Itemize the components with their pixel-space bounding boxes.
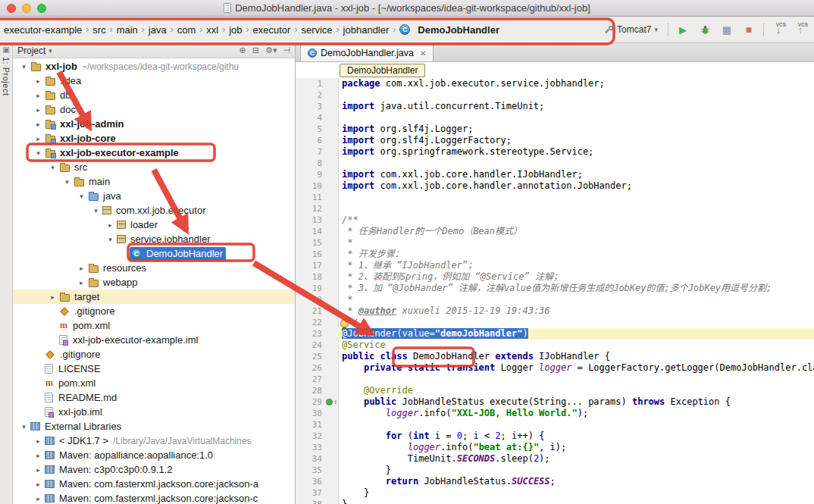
code-text[interactable]: package com.xxl.job.executor.service.job… [338,78,814,89]
tree-row[interactable]: ▸xxl-job-core [13,131,295,146]
code-text[interactable]: return JobHandleStatus.SUCCESS; [338,476,814,487]
tree-item[interactable]: .idea [43,74,84,88]
tree-row[interactable]: ▾External Libraries [13,419,295,434]
tree-row[interactable]: ▾service.jobhandler [13,232,295,246]
breadcrumb-item[interactable]: jobhandler [341,23,392,37]
vcs-commit-button[interactable]: ↑VCS [793,22,808,37]
expanded-arrow-icon[interactable]: ▾ [48,164,58,171]
project-tool-window-tab[interactable]: 1: Project [2,57,11,95]
code-text[interactable]: */ [338,317,814,328]
tree-item[interactable]: resources [86,261,149,275]
tree-row[interactable]: ▾src [13,160,295,174]
tree-row[interactable]: ▸Maven: c3p0:c3p0:0.9.1.2 [13,462,295,477]
collapsed-arrow-icon[interactable]: ▸ [33,466,43,474]
tree-item[interactable]: db [43,89,74,102]
tree-item[interactable]: README.md [43,391,120,405]
code-text[interactable]: } [338,499,814,504]
run-method-icon[interactable] [326,399,333,405]
code-text[interactable]: } [338,465,814,476]
tree-item[interactable]: xxl-job~/workspaces/idea-git-workspace/g… [29,60,242,74]
run-configuration-select[interactable]: Tomcat7 ▾ [601,23,661,36]
tree-row[interactable]: xxl-job-executor-example.iml [13,333,295,347]
code-text[interactable]: * 开发步骤： [338,249,814,260]
collapsed-arrow-icon[interactable]: ▸ [33,452,43,459]
tree-row[interactable]: mpom.xml [13,376,295,390]
tree-row[interactable]: ▸xxl-job-admin [13,117,295,131]
code-text[interactable]: @JobHander(value="demoJobHandler") [338,328,814,340]
hide-panel-icon[interactable]: ⊣ [283,45,290,55]
code-text[interactable] [338,112,814,124]
tree-item[interactable]: src [58,161,90,174]
expanded-arrow-icon[interactable]: ▾ [91,207,101,214]
debug-button[interactable] [697,22,712,37]
code-text[interactable]: public class DemoJobHandler extends IJob… [338,351,814,362]
code-text[interactable] [338,158,814,169]
code-text[interactable]: import com.xxl.job.core.handler.annotati… [338,180,814,192]
tree-item[interactable]: CDemoJobHandler [130,247,226,261]
tree-item[interactable]: .gitignore [43,348,103,362]
expanded-arrow-icon[interactable]: ▾ [19,423,29,430]
tree-item[interactable]: xxl-job-executor-example.iml [58,333,201,347]
tree-row[interactable]: ▾java [13,189,295,203]
code-text[interactable]: * 3、加 “@JobHander” 注解，注解value值为新增任务生成的Jo… [338,283,814,294]
collapsed-arrow-icon[interactable]: ▸ [77,265,86,272]
zoom-window-button[interactable] [37,4,46,13]
vcs-update-button[interactable]: ↓VCS [771,22,786,37]
tree-row[interactable]: ▸doc [13,102,295,117]
code-text[interactable] [338,89,814,101]
tree-row[interactable]: ▸Maven: com.fasterxml.jackson.core:jacks… [13,477,295,491]
code-text[interactable]: @Service [338,340,814,351]
code-text[interactable] [338,374,814,385]
tree-row[interactable]: .gitignore [13,347,295,362]
run-button[interactable]: ▶ [675,22,690,37]
tree-item[interactable]: doc [43,103,79,117]
collapsed-arrow-icon[interactable]: ▸ [105,221,115,229]
code-text[interactable]: import java.util.concurrent.TimeUnit; [338,101,814,112]
breadcrumb-item[interactable]: executor [251,23,293,37]
code-text[interactable]: /** [338,214,814,226]
code-text[interactable]: @Override [338,385,814,396]
minimize-window-button[interactable] [22,4,31,13]
tree-row[interactable]: LICENSE [13,362,295,376]
tree-row[interactable]: ▸target [13,290,295,304]
tree-item[interactable]: mpom.xml [43,377,99,390]
tree-row[interactable]: ▸loader [13,218,295,232]
code-text[interactable]: logger.info("XXL-JOB, Hello World."); [338,408,814,419]
code-text[interactable] [338,419,814,430]
breadcrumb-item[interactable]: xxl [204,23,221,37]
code-text[interactable]: * @author xuxueli 2015-12-19 19:43:36 [338,305,814,317]
breadcrumb-item[interactable]: service [299,23,334,37]
code-text[interactable] [338,203,814,214]
expanded-arrow-icon[interactable]: ▾ [62,178,72,186]
code-text[interactable]: logger.info("beat at:{}", i); [338,442,814,453]
tree-item[interactable]: mpom.xml [58,319,113,333]
tree-row[interactable]: .gitignore [13,304,295,318]
code-text[interactable]: import org.slf4j.Logger; [338,124,814,135]
code-text[interactable]: } [338,487,814,499]
code-text[interactable]: import com.xxl.job.core.handler.IJobHand… [338,169,814,180]
code-text[interactable]: * [338,294,814,305]
tree-item[interactable]: xxl-job-admin [43,117,127,131]
editor-tab[interactable]: C DemoJobHandler.java ✕ [300,44,434,61]
tree-item[interactable]: java [86,189,124,203]
project-view-selector[interactable]: Project [17,45,45,56]
collapsed-arrow-icon[interactable]: ▸ [33,135,43,142]
code-text[interactable]: private static transient Logger logger =… [338,362,814,374]
collapsed-arrow-icon[interactable]: ▸ [33,495,43,502]
tree-item[interactable]: External Libraries [29,420,124,434]
tree-item[interactable]: webapp [86,276,141,290]
tree-row[interactable]: ▸< JDK1.7 >/Library/Java/JavaVirtualMach… [13,434,295,448]
breadcrumb-item[interactable]: job [227,23,244,37]
editor-breadcrumb-chip[interactable]: DemoJobHandler [340,64,425,77]
breadcrumb-class-item[interactable]: CDemoJobHandler [397,23,502,37]
tree-row[interactable]: README.md [13,390,295,405]
tree-row[interactable]: ▸.idea [13,74,295,88]
tree-item[interactable]: xxl-job-core [43,132,119,146]
tree-row[interactable]: xxl-job.iml [13,405,295,419]
tree-item[interactable]: service.jobhandler [115,233,214,246]
tree-item[interactable]: Maven: aopalliance:aopalliance:1.0 [43,449,216,462]
tree-row[interactable]: ▸Maven: aopalliance:aopalliance:1.0 [13,448,295,462]
tree-row[interactable]: ▸db [13,88,295,102]
collapsed-arrow-icon[interactable]: ▸ [77,279,86,286]
code-text[interactable]: * 任务Handler的一个Demo（Bean模式） [338,226,814,237]
